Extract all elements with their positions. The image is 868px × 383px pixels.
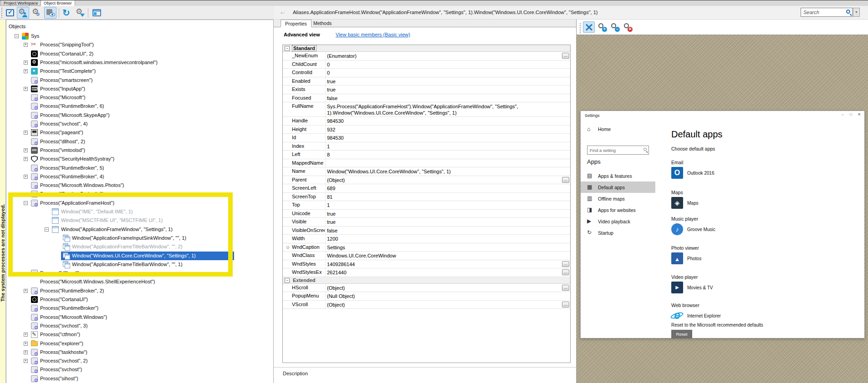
zoom-out-button[interactable]: −: [609, 21, 621, 33]
tree-item[interactable]: +Process("RuntimeBroker", 2): [6, 287, 273, 296]
tree-item[interactable]: Window("ApplicationFrameInputSinkWindow"…: [6, 234, 273, 243]
property-row[interactable]: HScroll(Object)…: [283, 284, 570, 292]
property-row[interactable]: Visibletrue: [283, 218, 570, 227]
property-row[interactable]: Top1: [283, 201, 570, 210]
property-row[interactable]: WndStylesEx2621440…: [283, 268, 570, 277]
property-row[interactable]: Left8: [283, 151, 570, 159]
expand-icon[interactable]: +: [24, 175, 28, 179]
expand-icon[interactable]: +: [24, 60, 28, 65]
tree-item[interactable]: Process("Microsoft.SkypeApp"): [6, 111, 273, 120]
property-row[interactable]: VisibleOnScreefalse: [283, 227, 570, 235]
property-row[interactable]: Height932: [283, 126, 570, 134]
property-row[interactable]: Index1: [283, 142, 570, 151]
tree-item[interactable]: Process("dllhost", 2): [6, 137, 273, 146]
show-panel-button[interactable]: [90, 7, 102, 19]
property-row[interactable]: WndStyles1409286144…: [283, 260, 570, 269]
expand-icon[interactable]: +: [24, 289, 28, 293]
property-row[interactable]: PopupMenu(Null Object): [283, 292, 570, 301]
tree-item[interactable]: −Process("ApplicationFrameHost"): [6, 199, 273, 208]
tree-item[interactable]: Process("sihost"): [6, 374, 273, 383]
property-row[interactable]: FullNameSys.Process("ApplicationFrameHos…: [283, 102, 570, 117]
zoom-disable-button[interactable]: ✕: [622, 21, 633, 33]
property-row[interactable]: _NewEnum(Enumerator)…: [283, 52, 570, 60]
tree-item[interactable]: +Process("svchost", 2): [6, 357, 273, 366]
tree-item[interactable]: +Process("taskhostw"): [6, 348, 273, 357]
property-row[interactable]: Focusedfalse: [283, 94, 570, 103]
collapse-icon[interactable]: −: [24, 201, 28, 205]
property-row[interactable]: VScroll(Object)…: [283, 301, 570, 309]
expand-icon[interactable]: +: [24, 87, 28, 91]
description-section-label[interactable]: Description: [283, 371, 308, 376]
tree-item[interactable]: Window("Windows.UI.Core.CoreWindow", "Se…: [6, 252, 273, 261]
basic-view-link[interactable]: View basic members (Basic view): [336, 32, 410, 37]
property-row[interactable]: ScreenTop81: [283, 193, 570, 202]
tree-item[interactable]: Process("RuntimeBroker", 3): [6, 190, 273, 199]
tree-item[interactable]: Process("RuntimeBroker", 5): [6, 164, 273, 173]
expand-icon[interactable]: +: [24, 148, 28, 152]
object-spy-button[interactable]: [44, 7, 56, 19]
toolbar-grip[interactable]: [1, 8, 3, 18]
collapse-icon[interactable]: −: [15, 34, 19, 38]
back-button[interactable]: ←: [278, 8, 287, 15]
tree-item[interactable]: +Process("explorer"): [6, 339, 273, 348]
property-row[interactable]: ChildCount0: [283, 60, 570, 69]
show-services-button[interactable]: ⚙⚙: [30, 7, 42, 19]
collapse-icon[interactable]: −: [285, 46, 290, 51]
property-row[interactable]: WndClassWindows.UI.Core.CoreWindow: [283, 252, 570, 260]
property-row[interactable]: WndCaptionSettings: [283, 243, 570, 252]
show-user-processes-button[interactable]: ⚙: [17, 7, 29, 19]
ellipsis-button[interactable]: …: [562, 177, 569, 183]
tree-item[interactable]: +Process("SnippingTool"): [6, 40, 273, 50]
property-row[interactable]: Existstrue: [283, 86, 570, 94]
expand-icon[interactable]: +: [24, 350, 28, 354]
property-row[interactable]: Parent(Object)…: [283, 176, 570, 185]
tree-item[interactable]: Process("svchost", 3): [6, 322, 273, 331]
property-row[interactable]: ControlId0: [283, 69, 570, 77]
expand-icon[interactable]: +: [24, 342, 28, 346]
tree-item[interactable]: Window("ApplicationFrameTitleBarWindow",…: [6, 260, 273, 269]
tree-item[interactable]: Window("ApplicationFrameTitleBarWindow",…: [6, 242, 273, 252]
expand-icon[interactable]: +: [24, 131, 28, 135]
tree-item[interactable]: Process("RuntimeBroker"): [6, 304, 273, 313]
fit-to-window-button[interactable]: [583, 21, 595, 33]
expand-icon[interactable]: +: [24, 43, 28, 47]
tree-item[interactable]: Process("RuntimeBroker", 6): [6, 102, 273, 111]
tree-item[interactable]: Process("smartscreen"): [6, 76, 273, 85]
ellipsis-button[interactable]: …: [562, 285, 569, 291]
ellipsis-button[interactable]: …: [562, 302, 569, 307]
tree-item[interactable]: Process("dllhost"): [6, 269, 273, 278]
tree-item[interactable]: Process("CortanaUI", 2): [6, 50, 273, 59]
tab-project-workspace[interactable]: Project Workspace: [0, 0, 41, 6]
search-options-dropdown[interactable]: ▼: [853, 8, 860, 17]
property-row[interactable]: ScreenLeft689: [283, 184, 570, 193]
tree-item[interactable]: +Process("RuntimeBroker", 4): [6, 172, 273, 181]
expand-icon[interactable]: +: [24, 69, 28, 73]
tree-item[interactable]: +Process("ctfmon"): [6, 330, 273, 339]
tree-item[interactable]: +Process("SecurityHealthSystray"): [6, 155, 273, 164]
tree-item[interactable]: +Process("microsoft.windows.immersivecon…: [6, 58, 273, 67]
tree-item[interactable]: Process("CortanaUI"): [6, 295, 273, 304]
property-row[interactable]: Id984530: [283, 134, 570, 142]
expand-icon[interactable]: +: [24, 359, 28, 363]
tab-object-browser[interactable]: Object Browser: [41, 0, 75, 6]
tree-item[interactable]: −Sys: [6, 32, 273, 41]
tree-item[interactable]: Window("IME", "Default IME", 1): [6, 207, 273, 217]
filter-button[interactable]: ⚙: [74, 7, 87, 19]
property-row[interactable]: Width1200: [283, 235, 570, 243]
ellipsis-button[interactable]: …: [562, 269, 569, 275]
tree-item[interactable]: +Process("InputApp"): [6, 85, 273, 94]
zoom-in-button[interactable]: +: [596, 21, 608, 33]
property-row[interactable]: Enabledtrue: [283, 77, 570, 86]
preview-toolbar-grip[interactable]: [579, 23, 581, 33]
tree-item[interactable]: Process("Microsoft.Windows.Photos"): [6, 181, 273, 190]
ellipsis-button[interactable]: …: [562, 261, 569, 267]
tree-item[interactable]: +Process("vmtoolsd"): [6, 146, 273, 155]
property-row[interactable]: MappedName: [283, 159, 570, 168]
collapse-icon[interactable]: −: [45, 227, 49, 232]
tree-item[interactable]: +Process("TestComplete"): [6, 67, 273, 76]
tree-item[interactable]: Process("Microsoft.Windows.ShellExperien…: [6, 277, 273, 287]
search-input[interactable]: Search: [801, 8, 853, 17]
property-row[interactable]: Unicodetrue: [283, 210, 570, 218]
tree-item[interactable]: Window("MSCTFIME UI", "MSCTFIME UI", 1): [6, 216, 273, 225]
tab-methods[interactable]: Methods: [309, 20, 336, 27]
